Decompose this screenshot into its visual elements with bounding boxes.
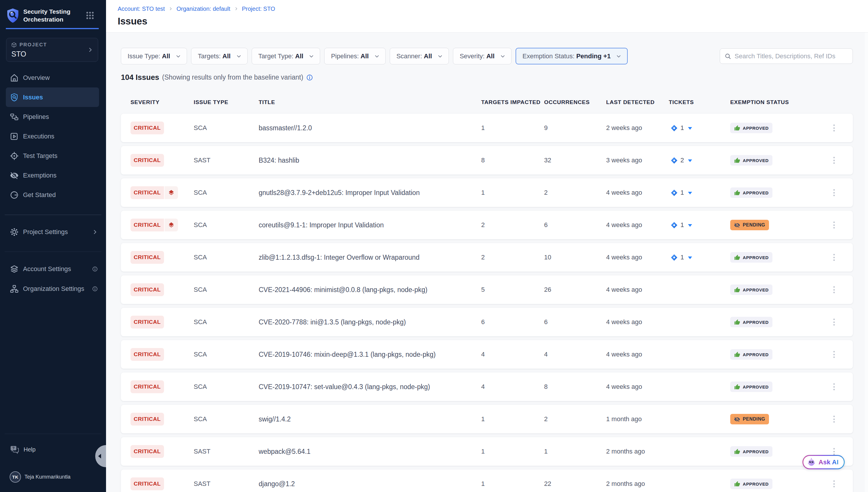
issue-row[interactable]: CRITICAL SCA coreutils@9.1-1: Improper I… [121, 211, 853, 239]
filter-bar: Issue Type: All Targets: All Target Type… [121, 48, 853, 65]
tickets-cell[interactable]: 2 [669, 156, 730, 164]
thumbs-up-icon [734, 384, 740, 390]
last-detected-cell: 2 months ago [606, 448, 669, 455]
issue-row[interactable]: CRITICAL SAST django@1.2 1 22 2 months a… [121, 470, 853, 492]
search-icon [725, 53, 731, 59]
column-header-severity: SEVERITY [131, 99, 194, 105]
sidebar-item-pipelines[interactable]: Pipelines [6, 107, 99, 126]
info-circle-icon[interactable] [306, 74, 313, 81]
sidebar-divider [5, 215, 101, 215]
targets-impacted-cell: 2 [481, 221, 544, 229]
module-grid-icon[interactable] [86, 12, 94, 19]
table-header: SEVERITYISSUE TYPETITLETARGETS IMPACTEDO… [121, 99, 853, 105]
filter-value: All [222, 52, 231, 60]
sidebar-item-project-settings[interactable]: Project Settings [6, 222, 99, 242]
filter-targets[interactable]: Targets: All [191, 48, 247, 65]
issue-row[interactable]: CRITICAL SCA CVE-2019-10747: set-value@0… [121, 372, 853, 401]
sidebar-user[interactable]: TK Teja Kummarikuntla [0, 468, 106, 486]
sidebar-item-get-started[interactable]: Get Started [6, 185, 99, 205]
ask-ai-button[interactable]: Ask AI [803, 455, 845, 469]
tickets-cell[interactable]: 1 [669, 221, 730, 229]
issue-row[interactable]: CRITICAL SCA CVE-2020-7788: ini@1.3.5 (l… [121, 308, 853, 336]
exemption-status-badge: APPROVED [730, 123, 772, 133]
ticket-count: 1 [680, 124, 684, 132]
kebab-menu-icon[interactable] [832, 414, 837, 424]
targets-impacted-cell: 6 [481, 318, 544, 326]
sidebar-item-label: Exemptions [23, 172, 56, 179]
sidebar-nav: Overview Issues Pipelines Executions Tes… [0, 68, 106, 205]
row-menu-cell [824, 220, 847, 230]
chevron-down-icon [176, 54, 181, 59]
kebab-menu-icon[interactable] [832, 123, 837, 133]
project-selector[interactable]: PROJECT STO [6, 38, 98, 62]
breadcrumb-link-1[interactable]: Account: STO test [118, 5, 165, 12]
sidebar-item-exemptions[interactable]: Exemptions [6, 166, 99, 185]
issue-row[interactable]: CRITICAL SCA swig//1.4.2 1 2 1 month ago… [121, 405, 853, 434]
occurrences-cell: 32 [544, 156, 606, 164]
chevron-down-icon [309, 54, 314, 59]
severity-cell: CRITICAL [131, 380, 194, 393]
kebab-menu-icon[interactable] [832, 188, 837, 198]
filter-target-type[interactable]: Target Type: All [252, 48, 320, 65]
exemption-status-badge: APPROVED [730, 188, 772, 198]
tickets-cell[interactable]: 1 [669, 253, 730, 261]
issue-type-cell: SCA [194, 221, 259, 229]
sidebar-item-issues[interactable]: Issues [6, 88, 99, 107]
filter-value: Pending +1 [576, 52, 610, 60]
sidebar-item-test-targets[interactable]: Test Targets [6, 146, 99, 166]
issue-row[interactable]: CRITICAL SCA zlib@1:1.2.13.dfsg-1: Integ… [121, 243, 853, 272]
severity-badge: CRITICAL [131, 316, 164, 328]
issue-row[interactable]: CRITICAL SAST B324: hashlib 8 32 3 weeks… [121, 146, 853, 175]
last-detected-cell: 4 weeks ago [606, 253, 669, 261]
kebab-menu-icon[interactable] [832, 382, 837, 392]
breadcrumb-link-3[interactable]: Project: STO [242, 5, 275, 12]
severity-cell: CRITICAL [131, 154, 194, 167]
sidebar-item-overview[interactable]: Overview [6, 68, 99, 88]
breadcrumb-link-2[interactable]: Organization: default [177, 5, 230, 12]
scrollbar-track[interactable] [865, 33, 868, 492]
org-chart-icon [10, 285, 19, 293]
kebab-menu-icon[interactable] [832, 317, 837, 327]
filter-severity[interactable]: Severity: All [453, 48, 511, 65]
severity-cell: CRITICAL [131, 251, 194, 264]
issue-type-cell: SCA [194, 318, 259, 326]
issue-row[interactable]: CRITICAL SAST webpack@5.64.1 1 1 2 month… [121, 437, 853, 466]
ticket-count: 1 [680, 253, 684, 261]
kebab-menu-icon[interactable] [832, 252, 837, 263]
kebab-menu-icon[interactable] [832, 285, 837, 295]
kebab-menu-icon[interactable] [832, 155, 837, 166]
filter-scanner[interactable]: Scanner: All [390, 48, 449, 65]
issue-row[interactable]: CRITICAL SCA CVE-2019-10746: mixin-deep@… [121, 340, 853, 369]
issue-row[interactable]: CRITICAL SCA bassmaster//1.2.0 1 9 2 wee… [121, 114, 853, 142]
issue-row[interactable]: CRITICAL SCA CVE-2021-44906: minimist@0.… [121, 275, 853, 304]
occurrences-cell: 2 [544, 189, 606, 196]
sidebar-item-account-settings[interactable]: Account Settings [6, 260, 99, 279]
severity-badge: CRITICAL [131, 186, 164, 199]
kebab-menu-icon[interactable] [832, 349, 837, 360]
exemption-status-badge: PENDING [730, 220, 769, 230]
sidebar-item-label: Issues [23, 94, 43, 101]
sidebar-divider [5, 251, 101, 252]
tickets-cell[interactable]: 1 [669, 189, 730, 196]
thumbs-up-icon [734, 319, 740, 325]
issue-title-cell: B324: hashlib [259, 156, 481, 164]
tickets-cell[interactable]: 1 [669, 124, 730, 132]
issue-row[interactable]: CRITICAL SCA gnutls28@3.7.9-2+deb12u5: I… [121, 178, 853, 207]
info-circle-icon[interactable] [92, 286, 98, 292]
info-circle-icon[interactable] [92, 266, 98, 272]
sidebar-item-label: Get Started [23, 191, 56, 199]
filter-issue-type[interactable]: Issue Type: All [121, 48, 187, 65]
issue-type-cell: SCA [194, 415, 259, 423]
issues-count: 104 Issues [121, 73, 159, 82]
sidebar-item-organization-settings[interactable]: Organization Settings [6, 279, 99, 298]
filter-pipelines[interactable]: Pipelines: All [324, 48, 386, 65]
search-input[interactable] [735, 52, 848, 60]
kebab-menu-icon[interactable] [832, 478, 837, 489]
kebab-menu-icon[interactable] [832, 220, 837, 230]
sidebar-item-help[interactable]: Help [0, 441, 106, 458]
issue-title-cell: CVE-2019-10746: mixin-deep@1.3.1 (lang-p… [259, 351, 481, 359]
sidebar-item-executions[interactable]: Executions [6, 126, 99, 146]
row-menu-cell [824, 382, 847, 392]
occurrences-cell: 1 [544, 448, 606, 455]
filter-exemption-status[interactable]: Exemption Status: Pending +1 [516, 48, 628, 65]
